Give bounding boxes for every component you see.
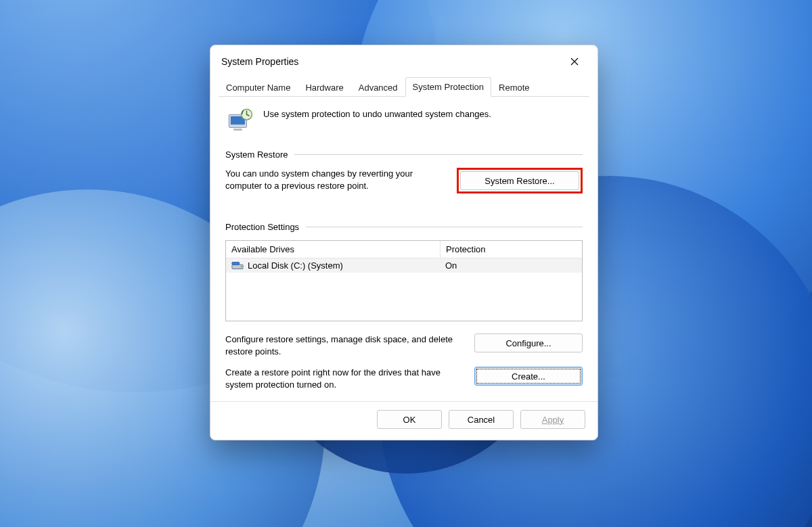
apply-button[interactable]: Apply [520,410,585,429]
intro-row: Use system protection to undo unwanted s… [225,106,583,135]
create-button[interactable]: Create... [474,367,583,386]
cancel-button[interactable]: Cancel [449,410,514,429]
system-restore-button[interactable]: System Restore... [460,171,579,190]
group-protection-settings-header: Protection Settings [225,222,583,232]
configure-description: Configure restore settings, manage disk … [225,334,462,357]
dialog-footer: OK Cancel Apply [210,401,597,440]
svg-rect-8 [232,262,240,265]
drives-header-row: Available Drives Protection [226,241,582,258]
intro-text: Use system protection to undo unwanted s… [263,106,491,119]
protection-cell: On [440,258,582,273]
close-icon [570,58,579,66]
annotation-highlight: System Restore... [457,168,583,193]
tab-advanced[interactable]: Advanced [351,78,405,97]
tab-remote[interactable]: Remote [491,78,537,97]
tab-panel-system-protection: Use system protection to undo unwanted s… [210,97,597,401]
drive-cell: Local Disk (C:) (System) [226,258,440,273]
create-row: Create a restore point right now for the… [225,367,583,390]
apply-label: Apply [542,415,564,425]
column-header-drives[interactable]: Available Drives [226,241,441,258]
group-protection-settings-label: Protection Settings [225,222,299,232]
group-system-restore-label: System Restore [225,150,288,160]
drive-name: Local Disk (C:) (System) [248,260,343,271]
desktop-background: System Properties Computer Name Hardware… [0,0,812,527]
titlebar[interactable]: System Properties [210,45,597,76]
configure-button[interactable]: Configure... [474,334,583,352]
spacer [225,203,583,215]
ok-button[interactable]: OK [377,410,442,429]
drives-listview[interactable]: Available Drives Protection Local Disk (… [225,240,583,321]
close-button[interactable] [561,52,588,71]
tab-hardware[interactable]: Hardware [298,78,351,97]
drive-icon [231,261,244,271]
divider [306,227,583,227]
group-system-restore-header: System Restore [225,150,583,160]
system-protection-icon [225,106,254,135]
create-description: Create a restore point right now for the… [225,367,462,390]
configure-row: Configure restore settings, manage disk … [225,334,583,357]
svg-point-9 [241,266,242,267]
system-properties-dialog: System Properties Computer Name Hardware… [210,45,598,440]
divider [294,154,583,155]
tab-computer-name[interactable]: Computer Name [219,78,298,97]
tab-system-protection[interactable]: System Protection [405,77,492,97]
drive-row[interactable]: Local Disk (C:) (System) On [226,258,582,273]
column-header-protection[interactable]: Protection [441,241,582,258]
system-restore-description: You can undo system changes by reverting… [225,168,445,191]
system-restore-row: You can undo system changes by reverting… [225,168,583,193]
window-title: System Properties [221,56,298,67]
svg-rect-4 [233,129,242,131]
tabstrip: Computer Name Hardware Advanced System P… [210,76,597,96]
